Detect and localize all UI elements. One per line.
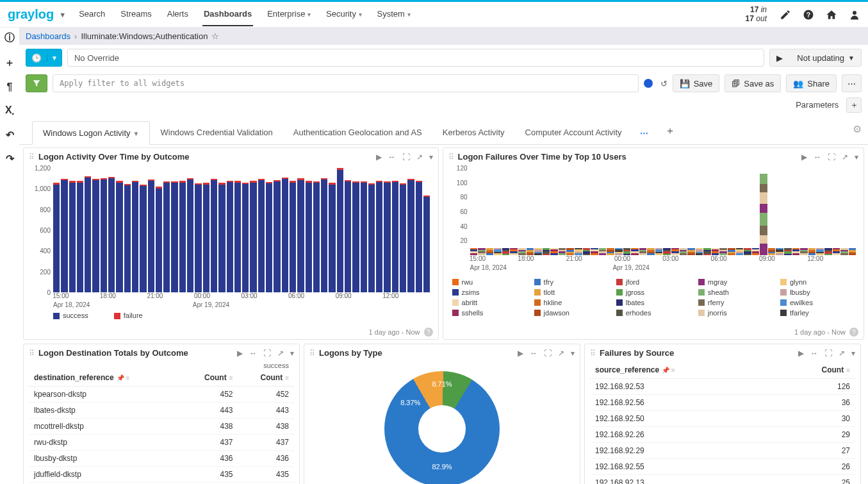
nav-link-streams[interactable]: Streams	[119, 3, 152, 26]
bar[interactable]	[313, 168, 320, 292]
bar[interactable]	[163, 168, 170, 292]
timerange-display[interactable]: No Override	[67, 49, 764, 67]
bar[interactable]	[195, 168, 201, 292]
bar[interactable]	[566, 168, 574, 255]
bar[interactable]	[407, 168, 414, 292]
bar[interactable]	[671, 168, 679, 255]
legend-item[interactable]: jford	[616, 278, 693, 286]
refresh-button[interactable]: ▶ Not updating ▼	[769, 49, 862, 67]
info-icon[interactable]: ⓘ	[4, 31, 15, 45]
bar[interactable]	[631, 168, 639, 255]
move-icon[interactable]: ↔	[810, 349, 818, 358]
bar[interactable]	[345, 168, 351, 292]
legend-item[interactable]: lbates	[616, 299, 693, 306]
bar[interactable]	[376, 168, 382, 292]
bar[interactable]	[290, 168, 296, 292]
bar[interactable]	[792, 168, 800, 255]
bar[interactable]	[575, 168, 582, 255]
legend-item[interactable]: glynn	[780, 278, 857, 286]
table-row[interactable]: kpearson-dkstp452452	[29, 387, 294, 403]
bar[interactable]	[179, 168, 186, 292]
play-icon[interactable]: ▶	[237, 349, 243, 358]
bar[interactable]	[663, 168, 671, 255]
play-icon[interactable]: ▶	[518, 349, 523, 358]
table-row[interactable]: 192.168.92.2927	[590, 443, 855, 459]
bar[interactable]	[274, 168, 280, 292]
bar[interactable]	[266, 168, 272, 292]
move-icon[interactable]: ↔	[814, 153, 821, 162]
add-parameter-button[interactable]: ＋	[846, 97, 862, 113]
add-tab-button[interactable]: ＋	[657, 118, 683, 144]
plus-icon[interactable]: ＋	[4, 56, 15, 70]
bar[interactable]	[712, 168, 719, 255]
legend-item[interactable]: jdawson	[534, 309, 611, 317]
legend-item[interactable]: tfry	[534, 278, 611, 286]
bar[interactable]	[518, 168, 526, 255]
bar[interactable]	[728, 168, 735, 255]
tab-authentication-geolocation-and-as[interactable]: Authentication Geolocation and AS	[283, 121, 432, 144]
bar[interactable]	[680, 168, 687, 255]
bar[interactable]	[543, 168, 550, 255]
legend-item[interactable]: tfarley	[780, 309, 857, 317]
nav-link-dashboards[interactable]: Dashboards	[202, 3, 253, 26]
x-sub-icon[interactable]: X•	[5, 104, 14, 117]
bar[interactable]	[760, 168, 767, 255]
nav-link-security[interactable]: Security ▾	[325, 3, 363, 26]
bar[interactable]	[187, 168, 193, 292]
drag-handle-icon[interactable]: ⠿	[29, 349, 35, 358]
bar[interactable]	[368, 168, 375, 292]
bar[interactable]	[250, 168, 256, 292]
bar[interactable]	[833, 168, 840, 255]
tab-settings-icon[interactable]: ⚙	[853, 123, 862, 135]
col-header[interactable]: destination_reference📌 ≡	[29, 369, 182, 387]
nav-link-system[interactable]: System ▾	[376, 3, 412, 26]
undo-icon[interactable]: ↶	[6, 129, 14, 141]
bar[interactable]	[77, 168, 83, 292]
legend-item[interactable]: hkline	[534, 299, 611, 306]
bar[interactable]	[108, 168, 115, 292]
table-row[interactable]: 192.168.92.53126	[590, 379, 855, 395]
col-header[interactable]: Count≡	[238, 369, 294, 387]
nav-link-search[interactable]: Search	[78, 3, 106, 26]
move-icon[interactable]: ↔	[249, 349, 257, 358]
legend-item[interactable]: ewilkes	[780, 299, 857, 306]
legend-item[interactable]: tlott	[534, 288, 611, 296]
legend-item[interactable]: jnorris	[698, 309, 775, 317]
query-validate-icon[interactable]	[644, 79, 653, 88]
bar[interactable]	[510, 168, 518, 255]
bar[interactable]	[478, 168, 486, 255]
bar[interactable]	[85, 168, 91, 292]
widget-caret-icon[interactable]: ▾	[429, 153, 433, 162]
table-row[interactable]: lbusby-dkstp436436	[29, 451, 294, 467]
bar[interactable]	[416, 168, 422, 292]
bar[interactable]	[470, 168, 478, 255]
table-row[interactable]: jduffield-dkstp435435	[29, 467, 294, 483]
move-icon[interactable]: ↔	[388, 153, 396, 162]
table-row[interactable]: rwu-dkstp437437	[29, 435, 294, 451]
bar[interactable]	[384, 168, 390, 292]
tab-computer-account-activity[interactable]: Computer Account Activity	[515, 121, 632, 144]
bar[interactable]	[527, 168, 534, 255]
bar[interactable]	[361, 168, 367, 292]
tab-windows-credential-validation[interactable]: Windows Credential Validation	[150, 121, 283, 144]
bar[interactable]	[132, 168, 138, 292]
legend-item[interactable]: rwu	[452, 278, 529, 286]
bar[interactable]	[583, 168, 591, 255]
open-icon[interactable]: ↗	[416, 153, 423, 162]
legend-item[interactable]: sshells	[452, 309, 529, 317]
legend-item[interactable]: rferry	[698, 299, 775, 306]
drag-handle-icon[interactable]: ⠿	[590, 349, 596, 358]
help-badge-icon[interactable]: ?	[849, 328, 858, 337]
bar[interactable]	[502, 168, 510, 255]
drag-handle-icon[interactable]: ⠿	[29, 153, 35, 162]
fullscreen-icon[interactable]: ⛶	[402, 153, 410, 162]
table-row[interactable]: 192.168.92.5526	[590, 459, 855, 475]
save-button[interactable]: 💾Save	[673, 74, 720, 92]
widget-caret-icon[interactable]: ▾	[571, 349, 575, 358]
bar[interactable]	[800, 168, 808, 255]
play-icon[interactable]: ▶	[798, 349, 804, 358]
col-header[interactable]: Count≡	[182, 369, 238, 387]
help-icon[interactable]: ?	[803, 9, 814, 21]
bar[interactable]	[840, 168, 848, 255]
bar[interactable]	[736, 168, 744, 255]
